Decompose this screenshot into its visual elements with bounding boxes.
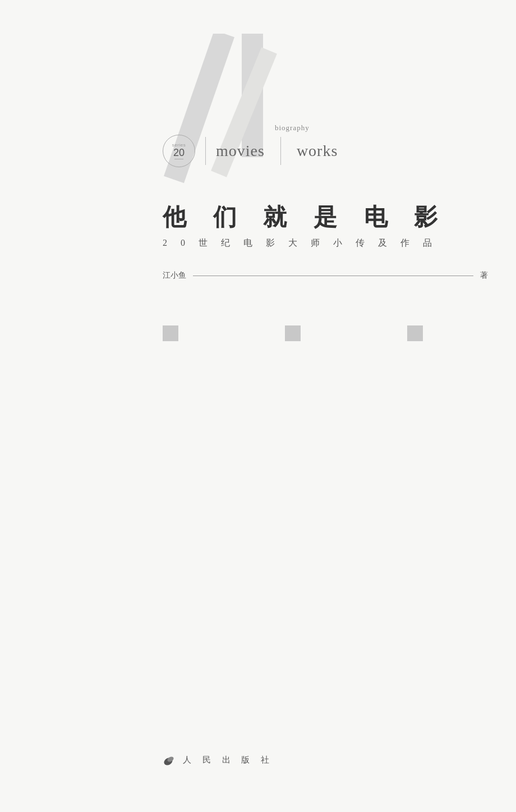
author-suffix: 著: [480, 270, 488, 281]
author-divider-line: [193, 276, 473, 276]
thumbnails-row: [163, 325, 488, 341]
thumbnail-1: [163, 325, 178, 341]
publisher-section: 人 民 出 版 社: [163, 753, 274, 767]
series-badge: series 20: [163, 135, 195, 167]
divider-1: [205, 137, 206, 165]
badge-number: 20: [173, 148, 185, 158]
header-row: series 20 movies works: [163, 135, 471, 167]
badge-dash: [174, 159, 183, 159]
author-name: 江小鱼: [163, 270, 186, 281]
decorative-shape: [157, 34, 325, 191]
works-label: works: [297, 142, 338, 160]
thumbnail-3: [407, 325, 423, 341]
author-section: 江小鱼 著: [163, 270, 488, 281]
thumbnail-2: [285, 325, 301, 341]
divider-2: [280, 137, 281, 165]
title-section: 他 们 就 是 电 影 2 0 世 纪 电 影 大 师 小 传 及 作 品: [163, 202, 488, 249]
header-section: biography series 20 movies works: [163, 123, 471, 167]
book-cover: biography series 20 movies works 他 们 就 是…: [0, 0, 516, 812]
publisher-logo-icon: [163, 753, 177, 767]
publisher-name: 人 民 出 版 社: [183, 755, 274, 765]
movies-label: movies: [216, 142, 265, 160]
main-title: 他 们 就 是 电 影: [163, 202, 488, 233]
subtitle: 2 0 世 纪 电 影 大 师 小 传 及 作 品: [163, 237, 488, 249]
biography-label: biography: [275, 123, 471, 132]
